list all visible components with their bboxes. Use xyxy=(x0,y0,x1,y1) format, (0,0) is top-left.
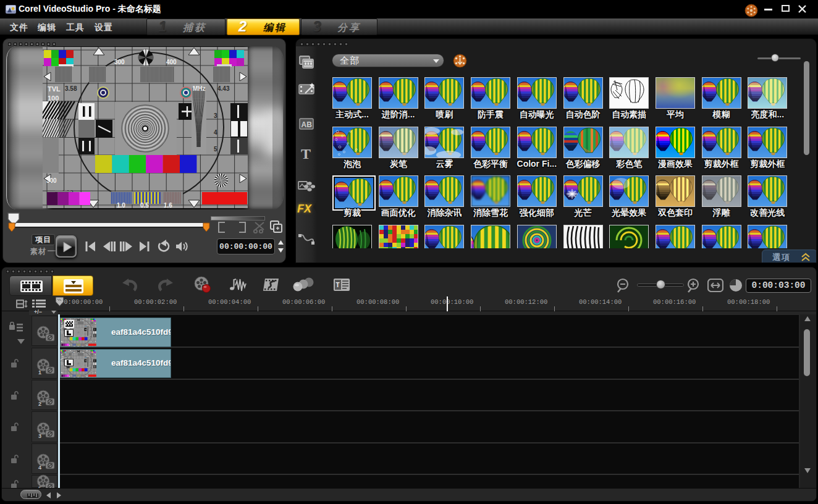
svg-text:2: 2 xyxy=(38,401,41,407)
svg-text:3: 3 xyxy=(214,112,217,119)
svg-text:300: 300 xyxy=(46,177,57,184)
svg-text:AB: AB xyxy=(301,120,313,129)
svg-text:0.5: 0.5 xyxy=(140,202,149,208)
svg-text:MHz: MHz xyxy=(193,85,206,92)
svg-text:T: T xyxy=(336,282,340,288)
svg-text:1.0: 1.0 xyxy=(117,202,125,208)
svg-text:4: 4 xyxy=(38,464,41,471)
svg-text:4.43: 4.43 xyxy=(217,85,230,92)
svg-text:TVL: TVL xyxy=(48,85,61,93)
svg-text:400: 400 xyxy=(166,59,177,65)
svg-text:4: 4 xyxy=(214,129,217,136)
svg-text:3: 3 xyxy=(38,433,41,439)
svg-text:1.6: 1.6 xyxy=(164,202,172,208)
svg-text:100: 100 xyxy=(48,94,59,102)
svg-text:5: 5 xyxy=(214,146,217,153)
svg-text:1: 1 xyxy=(38,369,41,376)
svg-text:T: T xyxy=(301,146,311,161)
svg-text:3.58: 3.58 xyxy=(65,85,77,92)
svg-text:300: 300 xyxy=(114,59,125,65)
